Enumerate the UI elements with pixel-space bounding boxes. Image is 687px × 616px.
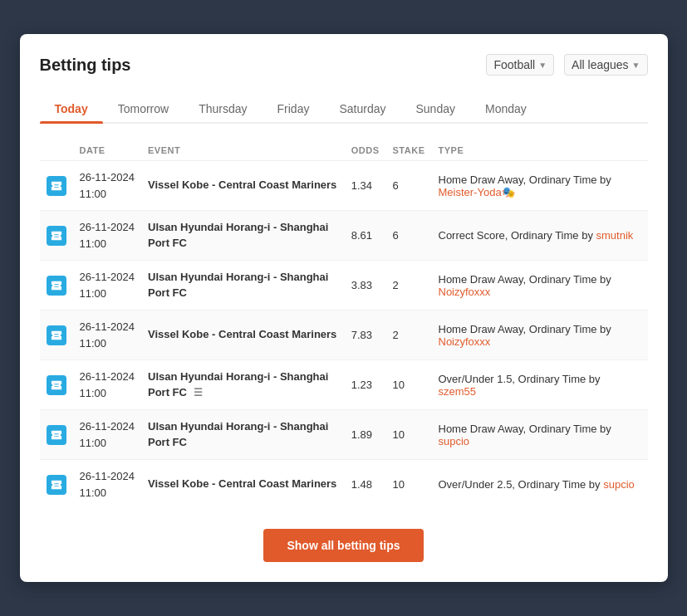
author-link[interactable]: Noizyfoxxx bbox=[439, 286, 491, 298]
tab-monday[interactable]: Monday bbox=[470, 95, 542, 122]
bet-icon-cell bbox=[40, 310, 73, 360]
odds-cell: 8.61 bbox=[345, 211, 386, 261]
tabs-container: TodayTomorrowThursdayFridaySaturdaySunda… bbox=[40, 95, 648, 124]
date-cell: 26-11-202411:00 bbox=[73, 211, 142, 261]
tab-friday[interactable]: Friday bbox=[263, 95, 325, 122]
event-cell: Vissel Kobe - Central Coast Mariners bbox=[141, 161, 345, 211]
date-cell: 26-11-202411:00 bbox=[73, 460, 142, 510]
date-cell: 26-11-202411:00 bbox=[73, 161, 142, 211]
tab-tomorrow[interactable]: Tomorrow bbox=[103, 95, 184, 122]
type-cell: Over/Under 2.5, Ordinary Time by supcio bbox=[432, 460, 648, 510]
type-cell: Home Draw Away, Ordinary Time by Meister… bbox=[432, 161, 648, 211]
col-odds: ODDS bbox=[345, 140, 386, 161]
bet-icon-cell bbox=[40, 410, 73, 460]
date-cell: 26-11-202411:00 bbox=[73, 310, 142, 360]
betting-table: DATE EVENT ODDS STAKE TYPE 26-11-202411:… bbox=[40, 140, 648, 509]
date-cell: 26-11-202411:00 bbox=[73, 360, 142, 410]
col-stake: STAKE bbox=[386, 140, 432, 161]
stake-cell: 6 bbox=[386, 211, 432, 261]
league-filter-dropdown[interactable]: All leagues ▼ bbox=[564, 54, 647, 76]
odds-cell: 1.23 bbox=[345, 360, 386, 410]
odds-cell: 7.83 bbox=[345, 310, 386, 360]
stake-cell: 10 bbox=[386, 360, 432, 410]
event-cell: Ulsan Hyundai Horang-i - Shanghai Port F… bbox=[141, 360, 345, 410]
tab-sunday[interactable]: Sunday bbox=[400, 95, 469, 122]
odds-cell: 1.48 bbox=[345, 460, 386, 510]
type-cell: Home Draw Away, Ordinary Time by Noizyfo… bbox=[432, 310, 648, 360]
bet-icon-cell bbox=[40, 261, 73, 310]
chevron-down-icon: ▼ bbox=[632, 61, 640, 70]
table-row: 26-11-202411:00Vissel Kobe - Central Coa… bbox=[40, 161, 648, 211]
page-header: Betting tips Football ▼ All leagues ▼ bbox=[40, 54, 648, 76]
header-filters: Football ▼ All leagues ▼ bbox=[486, 54, 647, 76]
bet-icon-cell bbox=[40, 460, 73, 510]
author-link[interactable]: supcio bbox=[603, 478, 635, 491]
stake-cell: 6 bbox=[386, 161, 432, 211]
page-title: Betting tips bbox=[40, 56, 131, 75]
type-cell: Home Draw Away, Ordinary Time by Noizyfo… bbox=[432, 261, 648, 310]
table-row: 26-11-202411:00Ulsan Hyundai Horang-i - … bbox=[40, 360, 648, 410]
event-cell: Ulsan Hyundai Horang-i - Shanghai Port F… bbox=[141, 410, 345, 460]
stake-cell: 2 bbox=[386, 261, 432, 310]
stake-cell: 2 bbox=[386, 310, 432, 360]
tab-thursday[interactable]: Thursday bbox=[184, 95, 262, 122]
author-link[interactable]: smutnik bbox=[596, 229, 634, 242]
league-filter-label: All leagues bbox=[572, 58, 629, 71]
stake-cell: 10 bbox=[386, 410, 432, 460]
list-icon: ☰ bbox=[194, 386, 203, 400]
author-link[interactable]: supcio bbox=[439, 435, 470, 447]
ticket-icon bbox=[47, 475, 66, 495]
ticket-icon bbox=[47, 325, 66, 345]
author-link[interactable]: Meister-Yoda🎭 bbox=[439, 186, 515, 198]
ticket-icon bbox=[47, 176, 66, 196]
table-row: 26-11-202411:00Ulsan Hyundai Horang-i - … bbox=[40, 211, 648, 261]
event-cell: Vissel Kobe - Central Coast Mariners bbox=[141, 460, 345, 510]
col-type: TYPE bbox=[432, 140, 648, 161]
author-link[interactable]: szem55 bbox=[439, 385, 477, 398]
stake-cell: 10 bbox=[386, 460, 432, 510]
chevron-down-icon: ▼ bbox=[538, 61, 547, 70]
sport-filter-dropdown[interactable]: Football ▼ bbox=[486, 54, 554, 76]
tab-saturday[interactable]: Saturday bbox=[324, 95, 400, 122]
tab-today[interactable]: Today bbox=[40, 95, 103, 122]
bet-icon-cell bbox=[40, 161, 73, 211]
date-cell: 26-11-202411:00 bbox=[73, 261, 142, 310]
bet-icon-cell bbox=[40, 360, 73, 410]
event-cell: Vissel Kobe - Central Coast Mariners bbox=[141, 310, 345, 360]
show-all-button[interactable]: Show all betting tips bbox=[263, 529, 423, 562]
type-cell: Over/Under 1.5, Ordinary Time by szem55 bbox=[432, 360, 648, 410]
odds-cell: 1.89 bbox=[345, 410, 386, 460]
table-header-row: DATE EVENT ODDS STAKE TYPE bbox=[40, 140, 648, 161]
betting-tips-card: Betting tips Football ▼ All leagues ▼ To… bbox=[20, 34, 668, 582]
bet-icon-cell bbox=[40, 211, 73, 261]
table-row: 26-11-202411:00Ulsan Hyundai Horang-i - … bbox=[40, 261, 648, 310]
table-row: 26-11-202411:00Vissel Kobe - Central Coa… bbox=[40, 460, 648, 510]
type-cell: Correct Score, Ordinary Time by smutnik bbox=[432, 211, 648, 261]
odds-cell: 1.34 bbox=[345, 161, 386, 211]
event-cell: Ulsan Hyundai Horang-i - Shanghai Port F… bbox=[141, 261, 345, 310]
event-cell: Ulsan Hyundai Horang-i - Shanghai Port F… bbox=[141, 211, 345, 261]
odds-cell: 3.83 bbox=[345, 261, 386, 310]
table-row: 26-11-202411:00Ulsan Hyundai Horang-i - … bbox=[40, 410, 648, 460]
ticket-icon bbox=[47, 276, 66, 296]
type-cell: Home Draw Away, Ordinary Time by supcio bbox=[432, 410, 648, 460]
date-cell: 26-11-202411:00 bbox=[73, 410, 142, 460]
col-date: DATE bbox=[73, 140, 142, 161]
author-link[interactable]: Noizyfoxxx bbox=[439, 335, 491, 348]
sport-filter-label: Football bbox=[493, 58, 535, 71]
ticket-icon bbox=[47, 375, 66, 395]
table-row: 26-11-202411:00Vissel Kobe - Central Coa… bbox=[40, 310, 648, 360]
ticket-icon bbox=[47, 425, 66, 445]
col-event: EVENT bbox=[141, 140, 345, 161]
col-icon bbox=[40, 140, 73, 161]
ticket-icon bbox=[47, 226, 66, 246]
